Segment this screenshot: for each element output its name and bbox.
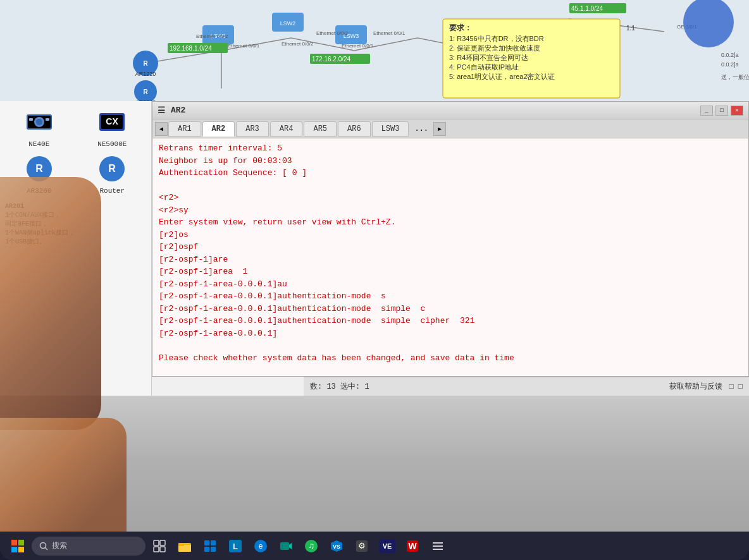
sidebar-item-ne40e[interactable]: NE40E [5, 106, 73, 148]
file-manager-button[interactable] [173, 535, 196, 557]
tab-ar6[interactable]: AR6 [338, 121, 371, 137]
maximize-button[interactable]: □ [715, 106, 728, 116]
svg-text:1.1: 1.1 [626, 25, 635, 32]
hand-bottom [0, 418, 127, 532]
tab-ar3[interactable]: AR3 [236, 121, 269, 137]
meet-button[interactable] [275, 535, 297, 557]
settings-button[interactable]: ⚙ [350, 535, 373, 557]
windows-start-button[interactable] [6, 535, 29, 557]
terminal-window: ☰ AR2 _ □ ✕ ◀ AR1 AR2 AR3 AR4 AR5 AR6 LS… [152, 101, 749, 377]
taskbar-search[interactable]: 搜索 [32, 537, 145, 556]
main-area: ☰ AR2 _ □ ✕ ◀ AR1 AR2 AR3 AR4 AR5 AR6 LS… [152, 101, 749, 396]
svg-text:0.0.2]a: 0.0.2]a [721, 52, 739, 58]
svg-text:R: R [143, 88, 148, 95]
spotify-button[interactable]: ♫ [300, 535, 323, 557]
tab-more[interactable]: ... [409, 125, 433, 133]
linkedin-button[interactable]: L [224, 535, 247, 557]
terminal-line-10: [r2-ospf-1]are [159, 253, 742, 266]
svg-text:Ethernet 0/0/1: Ethernet 0/0/1 [342, 43, 374, 49]
terminal-line-7: Enter system view, return user view with… [159, 216, 742, 229]
svg-text:Ethernet 0/0/1: Ethernet 0/0/1 [228, 43, 260, 49]
router-icon: R [96, 153, 128, 185]
status-bar: 数: 13 选中: 1 获取帮助与反馈 □ □ [304, 377, 749, 396]
svg-rect-74 [204, 547, 209, 552]
svg-text:Ethernet 0/0/2: Ethernet 0/0/2 [196, 33, 228, 39]
svg-text:VS: VS [333, 544, 340, 550]
ne5000e-icon: CX [96, 106, 128, 138]
svg-rect-72 [204, 540, 209, 545]
terminal-line-12: [r2-ospf-1-area-0.0.0.1]au [159, 278, 742, 291]
svg-text:3: R4环回不宣告全网可达: 3: R4环回不宣告全网可达 [449, 54, 528, 61]
svg-text:Ethernet 0/0/2: Ethernet 0/0/2 [316, 30, 349, 36]
ne40e-icon [23, 106, 55, 138]
svg-text:R: R [143, 60, 148, 67]
terminal-line-16: [r2-ospf-1-area-0.0.0.1] [159, 327, 742, 340]
ne40e-label: NE40E [28, 140, 49, 148]
tab-ar1[interactable]: AR1 [168, 121, 201, 137]
status-right: 获取帮助与反馈 □ □ [669, 381, 743, 392]
svg-text:♫: ♫ [308, 541, 314, 551]
terminal-line-4 [159, 180, 742, 192]
tab-ar4[interactable]: AR4 [270, 121, 303, 137]
svg-rect-80 [280, 542, 289, 550]
svg-text:CX: CX [106, 116, 119, 126]
store-button[interactable] [199, 535, 221, 557]
terminal-line-3: Authentication Sequence: [ 0 ] [159, 167, 742, 180]
svg-point-63 [40, 542, 46, 548]
svg-text:172.16.2.0/24: 172.16.2.0/24 [312, 56, 351, 63]
svg-text:送，一般位: 送，一般位 [721, 74, 749, 80]
vscode-button[interactable]: VS [325, 535, 348, 557]
svg-text:R: R [35, 163, 43, 174]
svg-rect-67 [154, 547, 159, 552]
sidebar-item-ne5000e[interactable]: CX NE5000E [78, 106, 147, 148]
svg-text:VE: VE [383, 542, 392, 550]
svg-rect-71 [178, 543, 184, 546]
svg-rect-75 [211, 547, 216, 552]
terminal-line-5: <r2> [159, 192, 742, 204]
svg-rect-73 [211, 540, 216, 545]
topology-area: LSW1 LSW2 LSW3 R AR1220 R AR2240 192.168… [0, 0, 749, 101]
svg-text:W: W [408, 541, 417, 551]
svg-text:要求：: 要求： [449, 23, 472, 32]
svg-marker-81 [289, 543, 292, 549]
tab-nav-left[interactable]: ◀ [155, 122, 168, 136]
minimize-button[interactable]: _ [700, 106, 713, 116]
svg-text:2: 保证更新安全加快收敛速度: 2: 保证更新安全加快收敛速度 [449, 44, 540, 52]
taskbar-search-text: 搜索 [52, 540, 67, 551]
terminal-line-1: Retrans timer interval: 5 [159, 142, 742, 155]
svg-text:Ethernet 0/0/1: Ethernet 0/0/1 [373, 30, 405, 36]
terminal-line-13: [r2-ospf-1-area-0.0.0.1]authentication-m… [159, 290, 742, 303]
tab-lsw3[interactable]: LSW3 [372, 121, 409, 137]
titlebar-controls: _ □ ✕ [700, 106, 743, 116]
svg-text:1: R3456中只有DR，没有BDR: 1: R3456中只有DR，没有BDR [449, 35, 544, 42]
terminal-line-18 [159, 364, 742, 376]
svg-rect-68 [160, 547, 165, 552]
svg-point-49 [36, 119, 42, 125]
help-feedback[interactable]: 获取帮助与反馈 [669, 381, 722, 392]
tab-ar2[interactable]: AR2 [202, 121, 235, 137]
svg-text:LSW2: LSW2 [280, 20, 296, 27]
terminal-line-11: [r2-ospf-1]area 1 [159, 265, 742, 278]
svg-rect-65 [154, 540, 159, 545]
terminal-content[interactable]: Retrans timer interval: 5 Neighbor is up… [152, 138, 748, 376]
terminal-line-8: [r2]os [159, 229, 742, 241]
svg-text:L: L [233, 542, 238, 551]
terminal-line-2: Neighbor is up for 00:03:03 [159, 155, 742, 167]
svg-rect-0 [0, 0, 749, 101]
ve-button[interactable]: VE [376, 535, 399, 557]
svg-rect-59 [11, 540, 17, 545]
menu-button[interactable] [426, 535, 449, 557]
window-controls: □ □ [729, 382, 743, 391]
taskview-button[interactable] [148, 535, 171, 557]
close-button[interactable]: ✕ [731, 106, 743, 116]
terminal-title: AR2 [171, 106, 185, 115]
terminal-line-15: [r2-ospf-1-area-0.0.0.1]authentication-m… [159, 315, 742, 327]
svg-text:192.168.1.0/24: 192.168.1.0/24 [170, 45, 212, 52]
tab-nav-right[interactable]: ▶ [433, 122, 446, 136]
hand-left [0, 177, 101, 430]
svg-text:e: e [259, 542, 263, 551]
terminal-line-14: [r2-ospf-1-area-0.0.0.1]authentication-m… [159, 303, 742, 315]
tab-ar5[interactable]: AR5 [304, 121, 337, 137]
word-button[interactable]: W [401, 535, 424, 557]
edge-button[interactable]: e [249, 535, 272, 557]
